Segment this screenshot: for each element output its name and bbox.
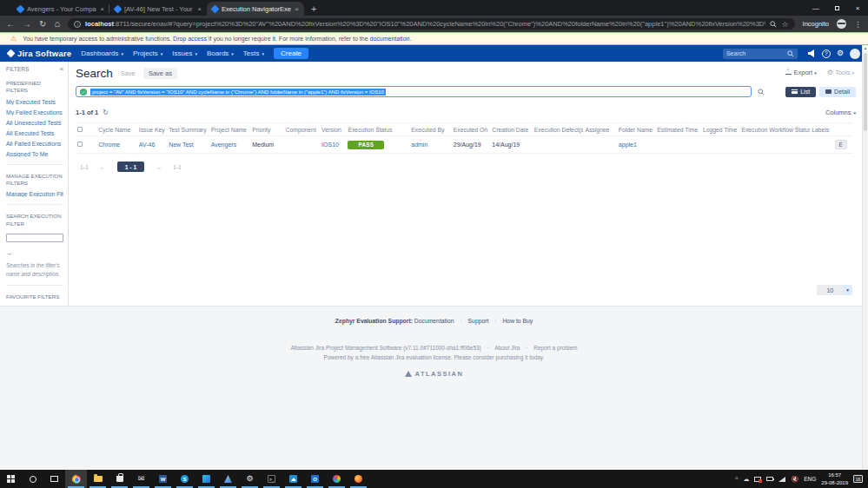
tools-button[interactable]: ⚙ Tools ▾	[827, 69, 854, 76]
col-labels[interactable]: Labels	[810, 123, 832, 136]
start-button[interactable]	[0, 470, 22, 488]
tab-close-icon[interactable]: ×	[100, 5, 104, 13]
zql-query-input[interactable]: ✓ project = "AV" AND fixVersion = "IOS10…	[76, 86, 752, 97]
cycle-name-link[interactable]: Chrome	[98, 142, 120, 148]
settings-gear-icon[interactable]: ⚙	[837, 49, 844, 57]
page-size-value[interactable]: 10	[817, 285, 843, 295]
col-logged-time[interactable]: Logged Time	[701, 123, 739, 136]
report-problem-link[interactable]: Report a problem	[533, 345, 577, 351]
test-summary-link[interactable]: New Test	[169, 142, 194, 148]
scrollbar-up-arrow[interactable]: ▲	[863, 45, 868, 52]
network-signal-icon[interactable]	[779, 477, 785, 482]
cortana-search-button[interactable]	[22, 470, 43, 488]
browser-tab-new-test[interactable]: [AV-46] New Test - Your Compan… ×	[109, 2, 207, 16]
page-scrollbar[interactable]: ▲	[862, 45, 868, 470]
about-jira-link[interactable]: About Jira	[494, 345, 520, 351]
taskbar-store[interactable]	[109, 470, 130, 488]
query-text[interactable]: project = "AV" AND fixVersion = "IOS10" …	[90, 89, 386, 96]
browser-tab-avengers[interactable]: Avengers - Your Company JIRA ×	[12, 2, 109, 16]
save-button[interactable]: Save	[121, 69, 136, 77]
create-button[interactable]: Create	[274, 48, 308, 59]
nav-projects[interactable]: Projects▾	[133, 49, 162, 57]
back-icon[interactable]: ←	[6, 20, 15, 29]
columns-button[interactable]: Columns▾	[825, 109, 856, 116]
select-all-checkbox[interactable]	[77, 127, 83, 132]
col-test-summary[interactable]: Test Summary	[167, 123, 209, 136]
browser-tab-execution-navigator[interactable]: Execution NavigatorExecution Na… ×	[207, 2, 304, 16]
browser-menu-icon[interactable]: ⋮	[854, 20, 862, 29]
taskbar-settings[interactable]: ⚙	[239, 470, 261, 488]
taskbar-word[interactable]: W	[152, 470, 174, 488]
home-icon[interactable]: ⌂	[54, 19, 60, 29]
run-query-search-icon[interactable]	[758, 89, 765, 96]
col-estimated-time[interactable]: Estimated Time	[655, 123, 701, 136]
notification-center-icon[interactable]: 16	[853, 475, 863, 483]
execute-row-button[interactable]: E	[835, 140, 847, 149]
sidebar-item-assigned-to-me[interactable]: Assigned To Me	[6, 151, 63, 157]
col-execution-status[interactable]: Execution Status	[346, 123, 409, 136]
pagination-current-page[interactable]: 1 - 1	[117, 162, 145, 172]
taskbar-file-explorer[interactable]	[87, 470, 109, 488]
window-minimize-button[interactable]: —	[805, 0, 826, 16]
taskbar-paint3d[interactable]	[217, 470, 239, 488]
sidebar-item-my-executed-tests[interactable]: My Executed Tests	[6, 99, 63, 105]
feedback-megaphone-icon[interactable]	[807, 49, 816, 57]
col-project-name[interactable]: Project Name	[209, 123, 251, 136]
nav-tests[interactable]: Tests▾	[243, 49, 264, 57]
site-info-icon[interactable]: i	[74, 21, 81, 28]
filter-search-submit-icon[interactable]: →	[6, 250, 12, 256]
volume-muted-icon[interactable]: 🔇	[791, 476, 798, 483]
col-execution-workflow-status[interactable]: Execution Workflow Status	[739, 123, 810, 136]
col-folder-name[interactable]: Folder Name	[617, 123, 655, 136]
task-view-button[interactable]	[43, 470, 65, 488]
nav-search-input[interactable]	[726, 50, 784, 56]
zoom-icon[interactable]	[770, 21, 777, 28]
window-close-button[interactable]: ×	[847, 0, 868, 16]
pagination-next-icon[interactable]: →	[156, 164, 162, 170]
taskbar-firefox[interactable]	[348, 470, 369, 488]
refresh-icon[interactable]: ↻	[39, 20, 46, 29]
language-indicator[interactable]: ENG	[804, 476, 816, 482]
col-cycle-name[interactable]: Cycle Name	[96, 123, 137, 136]
tray-chevron-up-icon[interactable]: ^	[735, 476, 738, 482]
col-assignee[interactable]: Assignee	[583, 123, 616, 136]
zephyr-support-link[interactable]: Support	[468, 318, 489, 324]
zephyr-how-to-buy-link[interactable]: How to Buy	[502, 318, 533, 324]
new-tab-button[interactable]: +	[304, 2, 323, 16]
taskbar-chrome[interactable]	[65, 470, 87, 488]
scrollbar-thumb[interactable]	[864, 53, 867, 131]
sidebar-item-all-unexecuted-tests[interactable]: All Unexecuted Tests	[6, 120, 63, 126]
filter-search-input[interactable]	[6, 234, 63, 242]
collapse-sidebar-icon[interactable]: «	[60, 66, 63, 72]
display-alert-icon[interactable]	[754, 477, 761, 482]
nav-dashboards[interactable]: Dashboards▾	[81, 49, 123, 57]
taskbar-clock[interactable]: 16:57 29-08-2019	[821, 472, 848, 485]
col-creation-date[interactable]: Creation Date	[490, 123, 533, 136]
sidebar-item-manage-execution-filters[interactable]: Manage Execution Filters	[6, 191, 63, 197]
list-view-button[interactable]: List	[785, 87, 816, 97]
nav-search-box[interactable]	[723, 49, 798, 59]
taskbar-color-app[interactable]	[326, 470, 348, 488]
page-size-dropdown-icon[interactable]: ▾	[843, 285, 852, 295]
issue-key-link[interactable]: AV-46	[139, 142, 156, 148]
taskbar-photos[interactable]	[282, 470, 304, 488]
onedrive-cloud-icon[interactable]: ☁	[743, 476, 749, 482]
nav-issues[interactable]: Issues▾	[172, 49, 197, 57]
forward-icon[interactable]: →	[23, 20, 31, 29]
taskbar-mail[interactable]: ✉	[130, 470, 152, 488]
battery-icon[interactable]	[766, 477, 773, 481]
zephyr-documentation-link[interactable]: Documentation	[414, 318, 454, 324]
sidebar-item-all-executed-tests[interactable]: All Executed Tests	[6, 130, 63, 136]
save-as-button[interactable]: Save as	[143, 68, 177, 79]
address-bar[interactable]: i localhost:8711/secure/enav/#?query=pro…	[68, 18, 795, 30]
taskbar-movies-tv[interactable]	[195, 470, 217, 488]
col-executed-by[interactable]: Executed By	[409, 123, 452, 136]
folder-name-link[interactable]: apple1	[619, 142, 637, 148]
help-icon[interactable]: ?	[822, 49, 831, 58]
version-link[interactable]: IOS10	[321, 142, 339, 148]
col-priority[interactable]: Priority	[250, 123, 283, 136]
row-checkbox[interactable]	[77, 142, 83, 147]
col-component[interactable]: Component	[284, 123, 320, 136]
sidebar-item-all-failed-executions[interactable]: All Failed Executions	[6, 141, 63, 147]
window-maximize-button[interactable]	[826, 0, 847, 16]
